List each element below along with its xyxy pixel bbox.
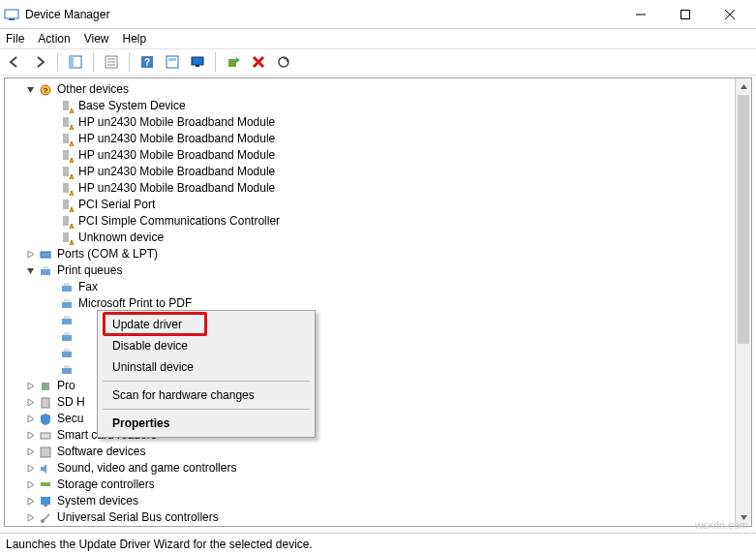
- titlebar: Device Manager: [0, 0, 756, 29]
- tree-item[interactable]: PCI Simple Communications Controller: [5, 213, 734, 230]
- svg-rect-1: [9, 18, 15, 20]
- back-button[interactable]: [4, 51, 25, 73]
- expand-icon[interactable]: [24, 414, 36, 425]
- tree-item[interactable]: Unknown device: [5, 230, 734, 246]
- tree-item[interactable]: HP un2430 Mobile Broadband Module: [5, 147, 734, 164]
- tree-label: Software devices: [57, 444, 145, 460]
- scroll-up-button[interactable]: [736, 78, 751, 95]
- svg-rect-47: [62, 302, 72, 308]
- close-button[interactable]: [708, 0, 752, 29]
- svg-rect-7: [70, 56, 74, 68]
- warning-device-icon: [59, 148, 75, 164]
- context-update-driver[interactable]: Update driver: [101, 314, 312, 335]
- show-hide-console-button[interactable]: [65, 51, 86, 73]
- window-title: Device Manager: [25, 8, 619, 21]
- monitor-button[interactable]: [187, 51, 208, 73]
- expand-icon[interactable]: [24, 479, 36, 491]
- context-scan-hardware[interactable]: Scan for hardware changes: [101, 385, 312, 406]
- svg-rect-63: [41, 497, 50, 505]
- svg-rect-57: [42, 383, 49, 390]
- svg-rect-16: [192, 57, 203, 65]
- warning-device-icon: [59, 115, 75, 131]
- ports-icon: [38, 247, 53, 262]
- tree-label: Pro: [57, 378, 76, 394]
- svg-rect-40: [63, 232, 69, 242]
- tree-category-print-queues[interactable]: Print queues: [5, 262, 734, 279]
- tree-category-other-devices[interactable]: ? Other devices: [5, 81, 734, 98]
- expand-icon[interactable]: [24, 512, 36, 524]
- tree-label: Other devices: [57, 81, 129, 98]
- action-center-button[interactable]: [162, 51, 183, 73]
- svg-rect-38: [63, 216, 69, 226]
- toolbar-separator: [57, 52, 58, 72]
- svg-rect-28: [63, 134, 69, 143]
- context-properties[interactable]: Properties: [101, 413, 312, 434]
- tree-category-storage[interactable]: Storage controllers: [5, 477, 734, 493]
- scroll-track[interactable]: [736, 95, 751, 509]
- system-icon: [38, 494, 53, 509]
- menu-help[interactable]: Help: [123, 32, 147, 46]
- menu-action[interactable]: Action: [38, 32, 70, 46]
- device-tree[interactable]: ? Other devices Base System Device HP un…: [5, 78, 734, 526]
- tree-category-system[interactable]: System devices: [5, 493, 734, 509]
- tree-label: PCI Simple Communications Controller: [78, 213, 280, 230]
- uninstall-device-button[interactable]: [248, 51, 269, 73]
- tree-item[interactable]: PCI Serial Port: [5, 197, 734, 213]
- menu-file[interactable]: File: [6, 32, 24, 46]
- tree-label: HP un2430 Mobile Broadband Module: [78, 147, 275, 164]
- tree-category-ports[interactable]: Ports (COM & LPT): [5, 246, 734, 262]
- warning-device-icon: [59, 198, 75, 213]
- expand-icon[interactable]: [24, 397, 36, 409]
- collapse-icon[interactable]: [24, 265, 36, 277]
- tree-label: Universal Serial Bus controllers: [57, 509, 219, 526]
- minimize-button[interactable]: [619, 0, 663, 29]
- svg-rect-17: [196, 65, 199, 67]
- context-uninstall-device[interactable]: Uninstall device: [101, 356, 312, 378]
- expand-icon[interactable]: [24, 496, 36, 508]
- expand-icon[interactable]: [24, 463, 36, 475]
- software-icon: [38, 445, 53, 460]
- sd-icon: [38, 395, 53, 411]
- tree-item[interactable]: Fax: [5, 279, 734, 295]
- svg-rect-43: [41, 269, 50, 275]
- svg-rect-55: [62, 368, 72, 374]
- context-disable-device[interactable]: Disable device: [101, 335, 312, 356]
- help-button[interactable]: ?: [136, 51, 158, 73]
- menu-view[interactable]: View: [84, 32, 109, 46]
- tree-label: HP un2430 Mobile Broadband Module: [78, 131, 275, 147]
- expand-icon[interactable]: [24, 381, 36, 392]
- tree-category-software[interactable]: Software devices: [5, 444, 734, 460]
- forward-button[interactable]: [29, 51, 50, 73]
- svg-rect-49: [62, 319, 72, 324]
- tree-item[interactable]: HP un2430 Mobile Broadband Module: [5, 114, 734, 131]
- svg-marker-31: [70, 158, 74, 163]
- update-driver-button[interactable]: [223, 51, 244, 73]
- svg-rect-0: [5, 10, 18, 18]
- tree-item[interactable]: HP un2430 Mobile Broadband Module: [5, 180, 734, 197]
- expand-icon[interactable]: [24, 249, 36, 261]
- toolbar: ?: [0, 48, 756, 76]
- maximize-button[interactable]: [663, 0, 708, 29]
- printer-icon: [59, 313, 75, 328]
- tree-item[interactable]: Base System Device: [5, 98, 734, 114]
- svg-rect-32: [63, 167, 69, 176]
- scan-hardware-button[interactable]: [273, 51, 294, 73]
- svg-marker-37: [70, 207, 74, 212]
- tree-category-usb[interactable]: Universal Serial Bus controllers: [5, 509, 734, 526]
- device-manager-icon: [4, 7, 19, 22]
- collapse-icon[interactable]: [24, 84, 36, 96]
- tree-item[interactable]: HP un2430 Mobile Broadband Module: [5, 164, 734, 180]
- tree-item[interactable]: HP un2430 Mobile Broadband Module: [5, 131, 734, 147]
- toolbar-separator: [129, 52, 130, 72]
- expand-icon[interactable]: [24, 430, 36, 442]
- properties-button[interactable]: [101, 51, 122, 73]
- tree-label: System devices: [57, 493, 138, 509]
- expand-icon[interactable]: [24, 446, 36, 458]
- sound-icon: [38, 461, 53, 477]
- svg-marker-27: [70, 125, 74, 130]
- vertical-scrollbar[interactable]: [735, 78, 751, 526]
- tree-category-sound[interactable]: Sound, video and game controllers: [5, 460, 734, 477]
- usb-icon: [38, 510, 53, 526]
- svg-rect-36: [63, 200, 69, 209]
- scroll-thumb[interactable]: [738, 95, 749, 344]
